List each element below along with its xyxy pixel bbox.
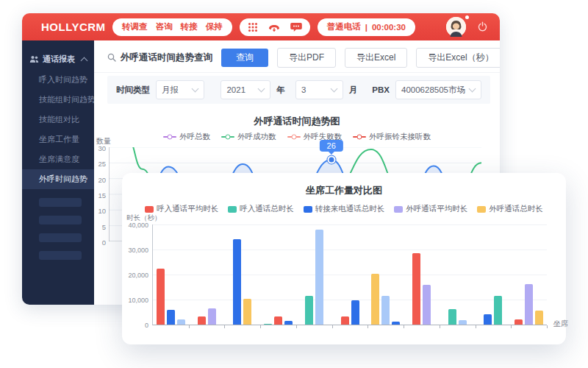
sidebar-item-skillgroup-trend[interactable]: 技能组时间趋势 (22, 90, 94, 110)
chevron-down-icon (192, 85, 199, 93)
bar (243, 299, 251, 325)
sidebar-item-outbound-trend[interactable]: 外呼时间趋势 (22, 169, 94, 189)
legend-item[interactable]: 外呼振铃未接听数 (353, 132, 431, 142)
legend-item[interactable]: 外呼通话总时长 (477, 204, 543, 214)
hangup-phone-icon[interactable] (268, 22, 281, 32)
sidebar-group-call-reports[interactable]: 通话报表 (22, 50, 94, 70)
bar (514, 319, 523, 325)
hold-button[interactable]: 保持 (206, 21, 223, 32)
bar (284, 321, 293, 325)
legend-item[interactable]: 转接来电通话总时长 (304, 204, 385, 214)
sidebar-item-inbound-trend[interactable]: 呼入时间趋势 (22, 70, 94, 90)
legend-item[interactable]: 外呼通话平均时长 (394, 204, 467, 214)
time-type-label: 时间类型 (116, 85, 150, 96)
pbx-label: PBX (372, 85, 390, 94)
phone-status-label: 普通电话 (327, 21, 361, 32)
line-chart-title: 外呼通话时间趋势图 (94, 115, 500, 128)
bar (412, 253, 420, 325)
legend-item[interactable]: 外呼总数 (163, 132, 210, 142)
sidebar-skeleton-item (39, 198, 82, 207)
bar (233, 239, 241, 325)
bar-group (260, 224, 296, 325)
line-y-tick: 25 (91, 160, 106, 168)
chevron-down-icon (330, 85, 337, 93)
bar-y-tick: 20,000 (125, 272, 148, 279)
users-icon (29, 55, 39, 63)
sidebar-item-agent-workload[interactable]: 坐席工作量 (22, 130, 94, 149)
export-excel-button[interactable]: 导出Excel (345, 48, 407, 68)
notification-dot (465, 15, 469, 19)
legend-item[interactable]: 外呼成功数 (221, 132, 276, 142)
bar-y-tick: 0 (125, 322, 148, 329)
bar-y-tick: 10,000 (125, 297, 148, 304)
bar (448, 309, 456, 325)
legend-item[interactable]: 呼入通话总时长 (228, 204, 294, 214)
sidebar-item-agent-satisfaction[interactable]: 坐席满意度 (22, 149, 94, 169)
dialpad-grid-icon[interactable] (248, 22, 258, 32)
bar (315, 230, 323, 325)
bar-group (189, 224, 225, 325)
chevron-down-icon (469, 85, 476, 93)
bar (198, 316, 206, 325)
channel-icon-bar (240, 18, 310, 36)
chart-tooltip: 26 (320, 140, 343, 152)
app-header: HOLLYCRM 转调查 咨询 转接 保持 (22, 13, 500, 40)
transfer-survey-button[interactable]: 转调查 (122, 21, 148, 32)
chevron-down-icon (258, 85, 265, 93)
bar-group (332, 224, 368, 325)
year-select[interactable]: 2021 (220, 80, 270, 99)
bar (305, 296, 313, 325)
chat-bubble-icon[interactable] (290, 22, 302, 32)
sidebar-skeleton-item (39, 233, 82, 242)
export-pdf-button[interactable]: 导出PDF (277, 48, 336, 68)
bar (371, 274, 379, 325)
bar-group (440, 224, 476, 325)
search-icon (107, 53, 116, 62)
power-icon[interactable] (477, 21, 488, 32)
export-excel-sec-button[interactable]: 导出Excel（秒） (416, 48, 500, 68)
phone-status-pill: 普通电话 | 00:00:30 (318, 18, 415, 36)
line-y-tick: 20 (91, 176, 106, 184)
bar-group (368, 224, 404, 325)
line-chart-legend: 外呼总数外呼成功数外呼失败数外呼振铃未接听数 (94, 132, 500, 142)
consult-button[interactable]: 咨询 (156, 21, 173, 32)
bar-group (296, 224, 332, 325)
bar-group (476, 224, 512, 325)
bar-y-tick: 40,000 (125, 222, 148, 229)
bar (459, 320, 467, 325)
bar-group (404, 224, 440, 325)
highlighted-data-point (327, 156, 335, 164)
bar (525, 284, 533, 325)
workload-card: 坐席工作量对比图 呼入通话平均时长呼入通话总时长转接来电通话总时长外呼通话平均时… (122, 173, 566, 344)
pbx-select[interactable]: 4000628505市场 (395, 80, 481, 99)
query-header: 外呼通话时间趋势查询 查询 导出PDF 导出Excel 导出Excel（秒） (107, 47, 490, 68)
line-y-tick: 5 (91, 223, 106, 231)
divider (94, 72, 500, 73)
bar (535, 311, 543, 325)
bar (423, 285, 431, 325)
query-button[interactable]: 查询 (221, 49, 268, 67)
transfer-button[interactable]: 转接 (181, 21, 198, 32)
app-logo: HOLLYCRM (41, 21, 106, 33)
call-timer: 00:00:30 (372, 23, 406, 32)
bar (392, 322, 400, 325)
legend-item[interactable]: 呼入通话平均时长 (145, 204, 218, 214)
page-title-wrap: 外呼通话时间趋势查询 (107, 52, 212, 64)
bar (484, 314, 492, 325)
month-select[interactable]: 3 (295, 80, 343, 99)
sidebar-item-skillgroup-compare[interactable]: 技能组对比 (22, 110, 94, 130)
month-suffix: 月 (349, 85, 358, 96)
bar (351, 300, 359, 325)
bar-group (511, 224, 547, 325)
filter-bar: 时间类型 月报 2021 年 3 月 PBX 4000628505市场 (107, 76, 490, 104)
sidebar-group-label: 通话报表 (43, 54, 75, 65)
bar (274, 316, 282, 325)
bar (167, 310, 175, 325)
bar-x-axis-label: 坐席 (553, 319, 568, 329)
status-divider: | (365, 23, 368, 32)
time-type-select[interactable]: 月报 (156, 80, 204, 99)
bar (381, 296, 390, 325)
bar (157, 269, 165, 325)
avatar[interactable] (446, 17, 466, 37)
sidebar: 通话报表 呼入时间趋势 技能组时间趋势 技能组对比 坐席工作量 坐席满意度 外呼… (22, 40, 94, 305)
